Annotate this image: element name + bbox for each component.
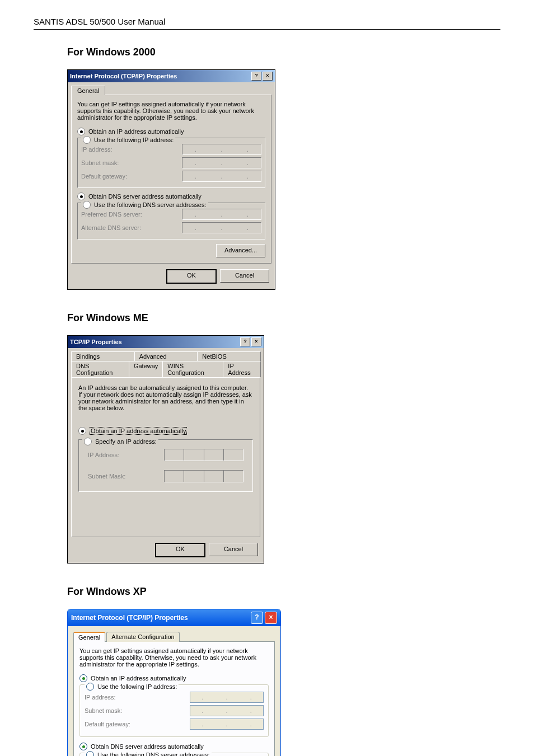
advanced-button[interactable]: Advanced... (216, 244, 265, 257)
radio-label: Use the following DNS server addresses: (94, 201, 207, 208)
heading-winxp: For Windows XP (67, 586, 500, 598)
ok-button[interactable]: OK (155, 543, 205, 557)
subnet-input (164, 470, 243, 482)
tab-general[interactable]: General (71, 86, 105, 95)
radio-obtain-dns[interactable]: Obtain DNS server address automatically (79, 743, 269, 750)
ip-address-input: ... (190, 692, 264, 703)
radio-label: Obtain DNS server address automatically (88, 193, 202, 200)
dialog-winme: TCP/IP Properties ? × Bindings Advanced … (67, 335, 264, 564)
ok-button[interactable]: OK (166, 269, 217, 284)
radio-label: Use the following IP address: (94, 137, 174, 143)
tab-gateway[interactable]: Gateway (129, 361, 163, 377)
radio-icon (78, 427, 86, 435)
tab-general[interactable]: General (73, 632, 105, 642)
tab-netbios[interactable]: NetBIOS (197, 351, 261, 361)
ip-address-input (164, 449, 243, 461)
tab-ip-address[interactable]: IP Address (223, 361, 261, 377)
ip-address-label: IP Address: (88, 452, 164, 458)
radio-obtain-ip[interactable]: Obtain an IP address automatically (77, 128, 265, 135)
pref-dns-label: Preferred DNS server: (81, 211, 182, 218)
dialog-title: TCP/IP Properties (70, 339, 122, 345)
cancel-button[interactable]: Cancel (220, 269, 269, 283)
radio-label: Obtain DNS server address automatically (91, 743, 204, 750)
radio-obtain-ip[interactable]: Obtain an IP address automatically (79, 674, 269, 682)
help-icon[interactable]: ? (251, 72, 261, 81)
close-icon[interactable]: × (265, 612, 277, 624)
radio-icon (83, 201, 91, 209)
heading-winme: For Windows ME (67, 312, 500, 324)
radio-icon (77, 192, 85, 200)
radio-icon (83, 136, 91, 144)
subnet-label: Subnet mask: (85, 707, 190, 714)
titlebar-winme: TCP/IP Properties ? × (68, 336, 264, 348)
tab-wins[interactable]: WINS Configuration (162, 361, 223, 377)
heading-win2000: For Windows 2000 (67, 46, 500, 58)
radio-use-dns[interactable]: Use the following DNS server addresses: (85, 751, 212, 756)
radio-obtain-dns[interactable]: Obtain DNS server address automatically (77, 192, 265, 200)
help-icon[interactable]: ? (251, 612, 263, 624)
gateway-input: ... (182, 171, 261, 182)
subnet-input: ... (190, 705, 264, 716)
radio-obtain-ip[interactable]: Obtain an IP address automatically (78, 427, 253, 435)
header-text: SANTIS ADSL 50/500 User Manual (34, 17, 165, 26)
description-text: You can get IP settings assigned automat… (79, 647, 269, 668)
radio-label: Obtain an IP address automatically (88, 128, 184, 135)
alt-dns-label: Alternate DNS server: (81, 224, 182, 231)
ip-address-label: IP address: (81, 146, 182, 153)
radio-icon (77, 128, 85, 135)
radio-icon (84, 438, 92, 445)
tab-advanced[interactable]: Advanced (134, 351, 198, 361)
ip-address-label: IP address: (85, 694, 190, 701)
radio-use-ip[interactable]: Use the following IP address: (81, 136, 175, 144)
description-text: An IP address can be automatically assig… (78, 384, 253, 411)
ip-address-input: ... (182, 144, 261, 155)
tab-alternate[interactable]: Alternate Configuration (106, 632, 180, 642)
radio-label: Use the following DNS server addresses: (97, 752, 210, 756)
titlebar-win2000: Internet Protocol (TCP/IP) Properties ? … (68, 70, 275, 82)
subnet-input: ... (182, 157, 261, 168)
tab-bindings[interactable]: Bindings (71, 351, 135, 361)
dialog-title: Internet Protocol (TCP/IP) Properties (71, 614, 188, 622)
description-text: You can get IP settings assigned automat… (77, 101, 265, 121)
radio-use-dns[interactable]: Use the following DNS server addresses: (81, 201, 208, 209)
page-header: SANTIS ADSL 50/500 User Manual (34, 17, 500, 30)
gateway-label: Default gateway: (81, 173, 182, 180)
pref-dns-input: ... (182, 209, 261, 220)
radio-use-ip[interactable]: Use the following IP address: (85, 683, 179, 691)
radio-specify-ip[interactable]: Specify an IP address: (82, 438, 158, 445)
radio-icon (79, 743, 87, 750)
dialog-title: Internet Protocol (TCP/IP) Properties (70, 73, 177, 79)
radio-icon (86, 683, 94, 691)
close-icon[interactable]: × (251, 337, 261, 346)
close-icon[interactable]: × (263, 72, 273, 81)
dialog-winxp: Internet Protocol (TCP/IP) Properties ? … (67, 609, 281, 756)
titlebar-winxp: Internet Protocol (TCP/IP) Properties ? … (68, 609, 280, 626)
gateway-input: ... (190, 719, 264, 730)
radio-label: Obtain an IP address automatically (90, 427, 187, 435)
radio-label: Obtain an IP address automatically (91, 675, 186, 682)
radio-label: Use the following IP address: (97, 683, 177, 690)
radio-icon (86, 751, 94, 756)
cancel-button[interactable]: Cancel (209, 543, 258, 556)
radio-label: Specify an IP address: (95, 438, 157, 445)
subnet-label: Subnet mask: (81, 159, 182, 166)
gateway-label: Default gateway: (85, 721, 190, 727)
dialog-win2000: Internet Protocol (TCP/IP) Properties ? … (67, 69, 275, 290)
tab-dns[interactable]: DNS Configuration (71, 361, 129, 377)
subnet-label: Subnet Mask: (88, 473, 164, 480)
radio-icon (79, 674, 87, 682)
alt-dns-input: ... (182, 222, 261, 233)
help-icon[interactable]: ? (240, 337, 250, 346)
